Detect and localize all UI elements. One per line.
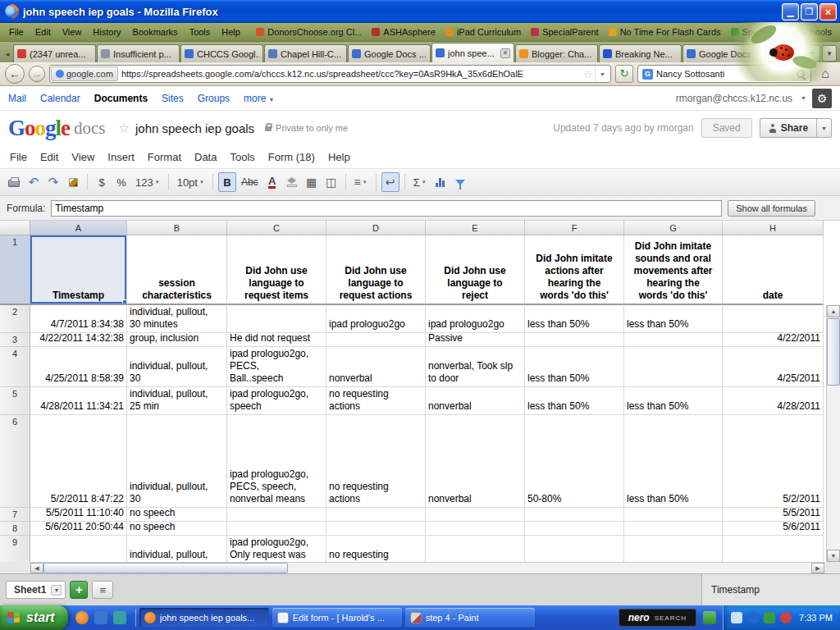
new-tab-button[interactable]: + bbox=[804, 45, 820, 62]
bookmark-item-specialparent[interactable]: SpecialParent bbox=[526, 25, 604, 39]
row-header-7[interactable]: 7 bbox=[0, 508, 30, 522]
cell-a3[interactable]: 4/22/2011 14:32:38 bbox=[30, 333, 127, 347]
menu-edit[interactable]: Edit bbox=[30, 25, 57, 39]
cell-h5[interactable]: 4/28/2011 bbox=[723, 387, 824, 415]
cell-g8[interactable] bbox=[624, 522, 723, 536]
start-button[interactable]: start bbox=[0, 605, 68, 630]
cell-f9[interactable] bbox=[525, 536, 624, 562]
cell-e7[interactable] bbox=[426, 508, 525, 522]
cell-b4[interactable]: individual, pullout, 30 bbox=[127, 347, 227, 387]
cell-c1[interactable]: Did John use language to request items bbox=[227, 235, 326, 305]
tab-google-docs-2[interactable]: Google Docs bbox=[682, 44, 765, 62]
row-header-5[interactable]: 5 bbox=[0, 387, 30, 415]
cell-b7[interactable]: no speech bbox=[127, 508, 227, 522]
redo-button[interactable]: ↷ bbox=[44, 172, 62, 192]
bookmark-item-speech-in-the-schools[interactable]: Speech in the Schools bbox=[726, 25, 837, 39]
wrap-text-button[interactable]: ↩ bbox=[381, 172, 399, 192]
doc-star-icon[interactable]: ☆ bbox=[119, 121, 130, 135]
cell-d7[interactable] bbox=[326, 508, 426, 522]
column-header-c[interactable]: C bbox=[227, 221, 326, 235]
tab-chapel-hill[interactable]: Chapel Hill-C... bbox=[264, 44, 347, 62]
cell-f3[interactable] bbox=[525, 333, 624, 347]
menu-view[interactable]: View bbox=[57, 25, 88, 39]
account-dropdown-icon[interactable]: ▼ bbox=[801, 95, 806, 101]
show-all-formulas-button[interactable]: Show all formulas bbox=[728, 200, 815, 217]
quick-launch-firefox-icon[interactable] bbox=[75, 611, 89, 624]
cell-b6[interactable]: individual, pullout, 30 bbox=[127, 415, 227, 508]
minimize-button[interactable]: ▁ bbox=[782, 3, 799, 21]
share-dropdown-icon[interactable]: ▼ bbox=[816, 119, 831, 137]
row-header-8[interactable]: 8 bbox=[0, 522, 30, 536]
close-button[interactable]: × bbox=[819, 3, 837, 21]
column-header-f[interactable]: F bbox=[525, 221, 624, 235]
cell-c2[interactable] bbox=[227, 305, 326, 333]
bookmark-star-icon[interactable]: ☆ bbox=[580, 68, 595, 80]
task-button-firefox-active[interactable]: john speech iep goals... bbox=[139, 608, 269, 628]
merge-cells-button[interactable]: ◫ bbox=[322, 172, 340, 192]
home-button[interactable]: ⌂ bbox=[815, 64, 835, 84]
cell-g1[interactable]: Did John imitate sounds and oral movemen… bbox=[624, 235, 723, 305]
tray-icon-4[interactable] bbox=[780, 612, 792, 623]
cell-a9[interactable] bbox=[30, 536, 127, 562]
cell-f4[interactable]: less than 50% bbox=[525, 347, 624, 387]
sum-button[interactable]: Σ▼ bbox=[410, 172, 430, 192]
cell-a4[interactable]: 4/25/2011 8:58:39 bbox=[30, 347, 127, 387]
scroll-up-button[interactable]: ▲ bbox=[827, 305, 840, 317]
cell-f1[interactable]: Did John imitate actions after hearing t… bbox=[525, 235, 624, 305]
menu-bookmarks[interactable]: Bookmarks bbox=[127, 25, 184, 39]
sheet-menu-edit[interactable]: Edit bbox=[34, 148, 65, 167]
list-all-tabs-button[interactable]: ▾ bbox=[822, 45, 837, 62]
tab-breaking-news[interactable]: Breaking Ne... bbox=[599, 44, 682, 62]
cell-d4[interactable]: nonverbal bbox=[326, 347, 426, 387]
cell-e3[interactable]: Passive bbox=[426, 333, 525, 347]
cell-b8[interactable]: no speech bbox=[127, 522, 227, 536]
url-dropdown-icon[interactable]: ▼ bbox=[595, 66, 609, 81]
bookmark-item-ashasphere[interactable]: ASHAsphere bbox=[367, 25, 441, 39]
cell-h1[interactable]: date bbox=[723, 235, 824, 305]
sheet-menu-file[interactable]: File bbox=[3, 148, 34, 167]
search-input[interactable] bbox=[656, 69, 792, 79]
add-sheet-button[interactable]: + bbox=[70, 581, 88, 599]
search-magnifier-icon[interactable] bbox=[796, 69, 806, 80]
column-header-g[interactable]: G bbox=[624, 221, 723, 235]
cell-a7[interactable]: 5/5/2011 11:10:40 bbox=[30, 508, 127, 522]
cell-c5[interactable]: ipad prologuo2go, speech bbox=[227, 387, 326, 415]
taskbar-green-icon[interactable] bbox=[703, 611, 716, 624]
cell-h4[interactable]: 4/25/2011 bbox=[723, 347, 824, 387]
row-header-6[interactable]: 6 bbox=[0, 415, 30, 508]
tab-blogger[interactable]: Blogger: Cha... bbox=[515, 44, 598, 62]
task-button-edit-form[interactable]: Edit form - [ Harold's ... bbox=[272, 608, 402, 628]
scroll-left-button[interactable]: ◀ bbox=[30, 563, 43, 573]
column-header-e[interactable]: E bbox=[426, 221, 525, 235]
horizontal-scrollbar[interactable]: ◀ ▶ bbox=[30, 562, 824, 573]
vertical-scrollbar[interactable]: ▲ ▼ bbox=[826, 305, 840, 562]
sheet-menu-insert[interactable]: Insert bbox=[101, 148, 141, 167]
tab-john-speech-active[interactable]: john spee...× bbox=[431, 43, 514, 62]
gbar-mail-link[interactable]: Mail bbox=[8, 93, 26, 104]
cell-f6[interactable]: 50-80% bbox=[525, 415, 624, 508]
cell-e9[interactable] bbox=[426, 536, 525, 562]
cell-c8[interactable] bbox=[227, 522, 326, 536]
cell-d9[interactable]: no requesting bbox=[326, 536, 426, 562]
horizontal-scroll-thumb[interactable] bbox=[43, 563, 288, 573]
bookmark-item-ipad-curriculum[interactable]: iPad Curriculum bbox=[441, 25, 526, 39]
cell-g2[interactable]: less than 50% bbox=[624, 305, 723, 333]
align-button[interactable]: ≡▼ bbox=[351, 172, 371, 192]
bookmark-item-no-time-for-flash-cards[interactable]: No Time For Flash Cards bbox=[604, 25, 726, 39]
tab-scroll-right-button[interactable]: ▸ bbox=[789, 46, 801, 62]
undo-button[interactable]: ↶ bbox=[25, 172, 43, 192]
column-header-d[interactable]: D bbox=[326, 221, 426, 235]
site-identity-chip[interactable]: google.com bbox=[51, 66, 118, 81]
row-header-2[interactable]: 2 bbox=[0, 305, 30, 333]
sheet-menu-tools[interactable]: Tools bbox=[223, 148, 261, 167]
cell-b2[interactable]: individual, pullout, 30 minutes bbox=[127, 305, 227, 333]
fill-color-button[interactable] bbox=[283, 172, 301, 192]
text-color-button[interactable]: A bbox=[263, 172, 281, 192]
row-header-1[interactable]: 1 bbox=[0, 235, 30, 305]
sheet-menu-view[interactable]: View bbox=[65, 148, 101, 167]
cell-d8[interactable] bbox=[326, 522, 426, 536]
cell-c7[interactable] bbox=[227, 508, 326, 522]
column-header-b[interactable]: B bbox=[127, 221, 227, 235]
gbar-sites-link[interactable]: Sites bbox=[162, 93, 184, 104]
quick-launch-icon-3[interactable] bbox=[113, 611, 126, 624]
